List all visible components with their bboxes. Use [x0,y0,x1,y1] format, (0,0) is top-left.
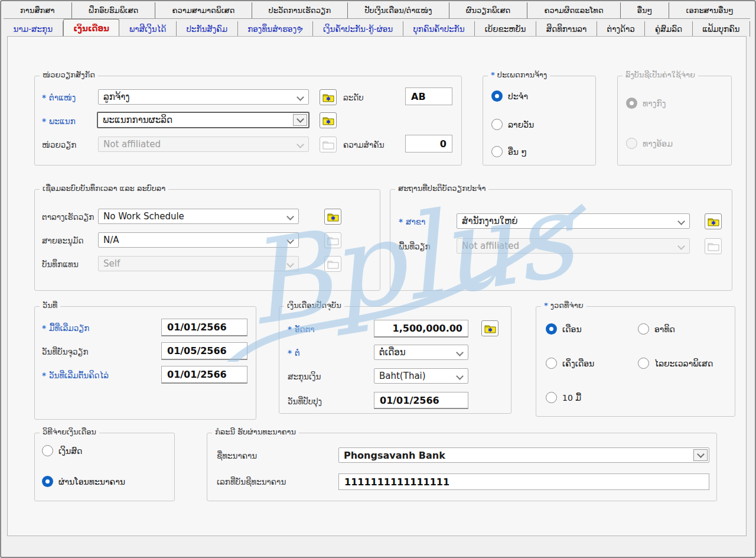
group-bank-details-title: ກໍລະນີ ຮັບຜ່ານທະນາຄານ [212,427,299,436]
group-current-salary: ເງິນເດືອນປັດຈຸບັນ *ອັດຕາ 1,500,000.00 *ຕ… [279,306,511,414]
required-asterisk: * [42,116,46,126]
per-combobox[interactable]: ຕໍ່ເດືອນ [374,345,468,360]
tab-provident-fund[interactable]: ກອງທຶນສຳຮອງຯ [238,21,314,37]
chevron-down-icon [677,242,685,250]
menu-tab-work-history[interactable]: ປະວັດການເຮັດວຽກ [252,2,348,18]
folder-add-icon [484,324,496,333]
menu-tab-offenses-penalties[interactable]: ຄວາມຜິດແລະໂທດ [527,2,620,18]
group-pay-method-title: ວິທີຈ່າຍເງິນເດືອນ [40,427,99,436]
dropdown-button[interactable] [293,114,307,126]
required-asterisk: * [399,217,403,226]
group-pay-period-title: *ງວດທີ່ຈ່າຍ [541,301,586,310]
radio-other-type[interactable]: ອື່ນ ໆ [491,146,527,157]
department-folder-add-button[interactable] [320,112,337,128]
tab-name-surname[interactable]: ນາມ-ສະກຸນ [4,21,63,37]
currency-combobox[interactable]: Baht(Thai) [374,368,468,384]
radio-permanent[interactable]: ປະຈຳ [491,90,528,102]
tab-guarantee-loan[interactable]: ເງິນຄ້ຳປະກັນ-ກູ້-ຜ່ອນ [313,21,403,37]
rate-label: *ອັດຕາ [288,325,315,334]
department-combobox[interactable]: ພະແນກການຜະລິດ [97,112,309,128]
branch-combobox[interactable]: ສຳນັກງານໃຫຍ່ [457,213,690,229]
radio-unselected-icon[interactable] [42,445,53,456]
menu-tab-special-achievements[interactable]: ຜົນວຽກພິເສດ [449,2,528,18]
menu-tab-special-abilities[interactable]: ຄວາມສາມາດພິເສດ [155,2,252,18]
approval-line-combobox[interactable]: N/A [98,232,299,248]
unit-folder-button-disabled [320,137,337,153]
radio-unselected-icon[interactable] [491,146,503,157]
group-pay-period: *ງວດທີ່ຈ່າຍ ເດືອນ ອາທິດ ເຄິ່ງເດືອນ ໄລຍະເ… [536,306,735,417]
work-area-folder-button-disabled [705,238,722,254]
radio-unselected-icon[interactable] [638,358,649,369]
radio-cash[interactable]: ເງິນສົດ [42,445,82,456]
menu-tab-row: ການສຶກສາ ຝຶກອົບຮົມພິເສດ ຄວາມສາມາດພິເສດ ປ… [4,2,750,19]
required-asterisk: * [42,93,46,102]
tab-social-security[interactable]: ປະກັນສັງຄົມ [177,21,238,37]
radio-special-period[interactable]: ໄລຍະເວລາພິເສດ [638,358,713,369]
radio-half-month[interactable]: ເຄິ່ງເດືອນ [546,358,594,369]
bank-name-combobox[interactable]: Phongsavanh Bank [338,447,709,463]
group-current-salary-title: ເງິນເດືອນປັດຈຸບັນ [284,301,344,310]
updated-date-input[interactable]: 01/01/2566 [374,392,468,409]
tab-salary-active[interactable]: ເງິນເດືອນ [63,19,120,37]
radio-unselected-icon[interactable] [546,358,557,369]
tab-diligence-allowance[interactable]: ເບ້ຍຂະຫຍັນ [475,21,536,37]
radio-monthly[interactable]: ເດືອນ [546,323,582,335]
work-schedule-combobox[interactable]: No Work Schedule [98,209,299,224]
dropdown-button[interactable] [693,449,708,461]
radio-selected-icon[interactable] [491,90,503,102]
radio-unselected-icon[interactable] [638,323,649,335]
menu-tab-special-training[interactable]: ຝຶກອົບຮົມພິເສດ [72,2,156,18]
radio-unselected-icon[interactable] [546,392,557,403]
rate-folder-add-button[interactable] [481,320,498,336]
work-schedule-label: ຕາລາງເຮັດວຽກ [42,212,94,222]
tab-income-tax[interactable]: ພາສີເງິນໄດ້ [119,21,176,37]
tab-personnel-file[interactable]: ແຟ້ມບຸກຄົນ [693,21,750,37]
tab-spouse[interactable]: ຄູ່ສົມລົດ [645,21,692,37]
radio-weekly[interactable]: ອາທິດ [638,323,675,335]
placement-date-input[interactable]: 01/05/2566 [161,342,247,360]
branch-folder-add-button[interactable] [705,213,722,229]
tab-leave-rights[interactable]: ສິດທິການລາ [536,21,597,37]
chevron-down-icon [677,218,685,225]
level-input[interactable]: AB [405,87,452,105]
required-asterisk: * [544,301,548,310]
folder-icon [327,236,339,245]
chevron-down-icon [296,141,304,148]
folder-icon [708,242,719,251]
rate-input[interactable]: 1,500,000.00 [374,320,468,338]
folder-icon [322,140,334,150]
group-workplace: ສະຖານທີ່ປະຕິບັດວຽກປະຈຳ *ສາຂາ ສຳນັກງານໃຫຍ… [390,189,732,291]
radio-selected-icon[interactable] [42,476,53,487]
position-folder-add-button[interactable] [320,89,337,105]
position-combobox[interactable]: ລູກຈ້າງ [98,89,309,105]
menu-tab-education[interactable]: ການສຶກສາ [4,2,72,18]
priority-input[interactable]: 0 [405,135,452,153]
record-for-label: ບັນທຶກແທນ [42,259,79,269]
group-time-system-title: ເຊື່ອມລະບົບບັນທຶກເວລາ ແລະ ລະບົບລາ [40,184,168,193]
bank-account-input[interactable]: 1111111111111111 [338,473,709,490]
group-employment-type: *ປະເພດການຈ້າງ ປະຈຳ ລາຍວັນ ອື່ນ ໆ [483,76,596,166]
unit-combobox-disabled: Not affiliated [98,137,309,152]
placement-date-label: ວັນທີ່ບັນຈຸວຽກ [42,347,89,356]
calc-start-date-input[interactable]: 01/01/2566 [161,366,247,384]
folder-add-icon [327,212,339,222]
menu-tab-salary-adjustment[interactable]: ປັບເງິນເດືອນ/ຕຳແໜ່ງ [348,2,449,18]
menu-tab-other-documents[interactable]: ເອກະສານອື່ນໆ [669,2,750,18]
start-date-input[interactable]: 01/01/2566 [161,319,247,336]
work-schedule-folder-add-button[interactable] [324,209,341,225]
radio-bank-transfer[interactable]: ຜ່ານໂອນທະນາຄານ [42,476,125,487]
group-expense-account-title: ລົງບັນຊີເປັນຄ່າໃຊ້ຈ່າຍ [623,70,698,79]
tab-guarantor[interactable]: ບຸກຄົນຄ້ຳປະກັນ [403,21,475,37]
chevron-down-icon [286,236,294,244]
radio-daily[interactable]: ລາຍວັນ [491,119,534,130]
approval-folder-button-disabled [324,232,341,248]
required-asterisk: * [288,325,292,334]
required-asterisk: * [491,70,495,79]
radio-selected-icon[interactable] [546,323,557,335]
radio-unselected-icon[interactable] [491,119,503,130]
tab-foreigner[interactable]: ຕ່າງດ້າວ [597,21,645,37]
required-asterisk: * [42,371,46,380]
radio-ten-days[interactable]: 10 ມື້ [546,392,581,403]
menu-tab-others[interactable]: ອື່ນໆ [621,2,670,18]
group-unit-affiliation: ໜ່ວຍວຽກສັງກັດ *ຕຳແໜ່ງ ລູກຈ້າງ ລະດັບ AB *… [34,76,462,166]
